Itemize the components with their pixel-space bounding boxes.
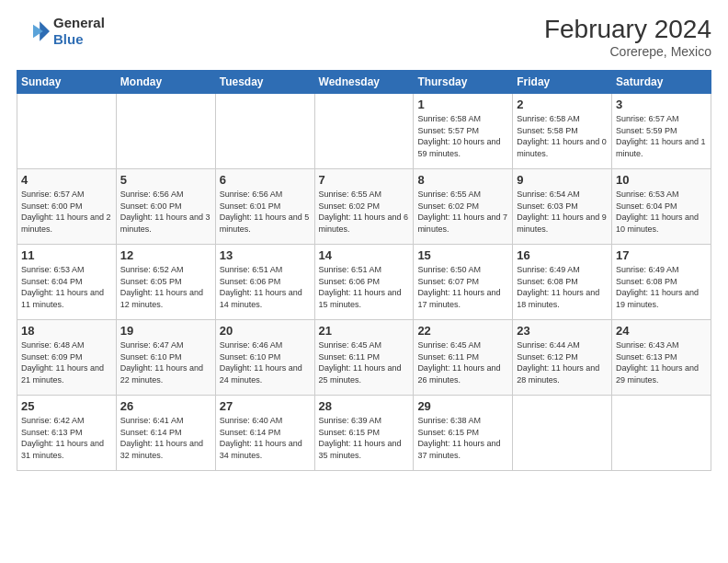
weekday-header-tuesday: Tuesday	[215, 71, 314, 94]
weekday-header-sunday: Sunday	[17, 71, 117, 94]
page: General Blue February 2024 Corerepe, Mex…	[0, 0, 728, 480]
calendar-cell: 6Sunrise: 6:56 AM Sunset: 6:01 PM Daylig…	[215, 169, 314, 245]
day-info: Sunrise: 6:57 AM Sunset: 6:00 PM Dayligh…	[21, 189, 112, 235]
day-info: Sunrise: 6:53 AM Sunset: 6:04 PM Dayligh…	[21, 264, 112, 310]
calendar-cell: 12Sunrise: 6:52 AM Sunset: 6:05 PM Dayli…	[116, 245, 215, 320]
day-number: 4	[21, 173, 112, 187]
calendar-cell: 28Sunrise: 6:39 AM Sunset: 6:15 PM Dayli…	[314, 396, 414, 471]
day-info: Sunrise: 6:48 AM Sunset: 6:09 PM Dayligh…	[21, 339, 112, 385]
day-info: Sunrise: 6:41 AM Sunset: 6:14 PM Dayligh…	[120, 415, 211, 461]
day-number: 8	[417, 173, 508, 187]
calendar-cell: 1Sunrise: 6:58 AM Sunset: 5:57 PM Daylig…	[414, 94, 513, 169]
calendar-cell: 29Sunrise: 6:38 AM Sunset: 6:15 PM Dayli…	[414, 396, 513, 471]
day-info: Sunrise: 6:50 AM Sunset: 6:07 PM Dayligh…	[417, 264, 508, 310]
calendar-cell	[314, 94, 414, 169]
day-info: Sunrise: 6:39 AM Sunset: 6:15 PM Dayligh…	[319, 415, 410, 461]
day-number: 3	[616, 98, 707, 111]
calendar-week-3: 18Sunrise: 6:48 AM Sunset: 6:09 PM Dayli…	[17, 320, 711, 396]
day-info: Sunrise: 6:53 AM Sunset: 6:04 PM Dayligh…	[616, 189, 707, 235]
weekday-header-saturday: Saturday	[612, 71, 711, 94]
calendar-cell: 5Sunrise: 6:56 AM Sunset: 6:00 PM Daylig…	[116, 169, 215, 245]
day-number: 17	[616, 248, 707, 262]
logo-icon	[17, 15, 50, 48]
calendar-cell: 23Sunrise: 6:44 AM Sunset: 6:12 PM Dayli…	[513, 320, 612, 396]
calendar-cell	[612, 396, 711, 471]
day-info: Sunrise: 6:58 AM Sunset: 5:58 PM Dayligh…	[517, 113, 608, 159]
day-number: 21	[319, 324, 410, 338]
calendar-cell: 16Sunrise: 6:49 AM Sunset: 6:08 PM Dayli…	[513, 245, 612, 320]
calendar-cell: 9Sunrise: 6:54 AM Sunset: 6:03 PM Daylig…	[513, 169, 612, 245]
day-info: Sunrise: 6:55 AM Sunset: 6:02 PM Dayligh…	[319, 189, 410, 235]
weekday-header-thursday: Thursday	[414, 71, 513, 94]
day-number: 23	[517, 324, 608, 338]
logo: General Blue	[17, 15, 105, 48]
calendar-table: SundayMondayTuesdayWednesdayThursdayFrid…	[17, 70, 711, 471]
day-info: Sunrise: 6:44 AM Sunset: 6:12 PM Dayligh…	[517, 339, 608, 385]
day-info: Sunrise: 6:47 AM Sunset: 6:10 PM Dayligh…	[120, 339, 211, 385]
calendar-cell	[513, 396, 612, 471]
location: Corerepe, Mexico	[544, 44, 711, 59]
calendar-cell: 14Sunrise: 6:51 AM Sunset: 6:06 PM Dayli…	[314, 245, 414, 320]
day-number: 2	[517, 98, 608, 111]
calendar-cell: 10Sunrise: 6:53 AM Sunset: 6:04 PM Dayli…	[612, 169, 711, 245]
day-number: 27	[220, 399, 311, 413]
day-number: 13	[220, 248, 311, 262]
day-info: Sunrise: 6:40 AM Sunset: 6:14 PM Dayligh…	[220, 415, 311, 461]
calendar-cell	[215, 94, 314, 169]
calendar-cell	[17, 94, 117, 169]
calendar-cell: 13Sunrise: 6:51 AM Sunset: 6:06 PM Dayli…	[215, 245, 314, 320]
day-info: Sunrise: 6:45 AM Sunset: 6:11 PM Dayligh…	[319, 339, 410, 385]
day-info: Sunrise: 6:57 AM Sunset: 5:59 PM Dayligh…	[616, 113, 707, 159]
day-info: Sunrise: 6:51 AM Sunset: 6:06 PM Dayligh…	[220, 264, 311, 310]
calendar-week-1: 4Sunrise: 6:57 AM Sunset: 6:00 PM Daylig…	[17, 169, 711, 245]
day-info: Sunrise: 6:43 AM Sunset: 6:13 PM Dayligh…	[616, 339, 707, 385]
day-info: Sunrise: 6:46 AM Sunset: 6:10 PM Dayligh…	[220, 339, 311, 385]
day-number: 20	[220, 324, 311, 338]
day-number: 6	[220, 173, 311, 187]
weekday-header-friday: Friday	[513, 71, 612, 94]
day-info: Sunrise: 6:49 AM Sunset: 6:08 PM Dayligh…	[616, 264, 707, 310]
calendar-cell: 22Sunrise: 6:45 AM Sunset: 6:11 PM Dayli…	[414, 320, 513, 396]
day-number: 26	[120, 399, 211, 413]
calendar-week-2: 11Sunrise: 6:53 AM Sunset: 6:04 PM Dayli…	[17, 245, 711, 320]
calendar-cell: 3Sunrise: 6:57 AM Sunset: 5:59 PM Daylig…	[612, 94, 711, 169]
calendar-cell: 7Sunrise: 6:55 AM Sunset: 6:02 PM Daylig…	[314, 169, 414, 245]
calendar-cell: 4Sunrise: 6:57 AM Sunset: 6:00 PM Daylig…	[17, 169, 117, 245]
weekday-header-monday: Monday	[116, 71, 215, 94]
day-number: 28	[319, 399, 410, 413]
day-info: Sunrise: 6:42 AM Sunset: 6:13 PM Dayligh…	[21, 415, 112, 461]
day-info: Sunrise: 6:49 AM Sunset: 6:08 PM Dayligh…	[517, 264, 608, 310]
logo-text: General Blue	[53, 15, 105, 48]
day-info: Sunrise: 6:56 AM Sunset: 6:01 PM Dayligh…	[220, 189, 311, 235]
calendar-cell: 26Sunrise: 6:41 AM Sunset: 6:14 PM Dayli…	[116, 396, 215, 471]
day-info: Sunrise: 6:45 AM Sunset: 6:11 PM Dayligh…	[417, 339, 508, 385]
calendar-cell: 25Sunrise: 6:42 AM Sunset: 6:13 PM Dayli…	[17, 396, 117, 471]
calendar-cell: 8Sunrise: 6:55 AM Sunset: 6:02 PM Daylig…	[414, 169, 513, 245]
day-number: 14	[319, 248, 410, 262]
day-number: 24	[616, 324, 707, 338]
day-number: 18	[21, 324, 112, 338]
title-block: February 2024 Corerepe, Mexico	[544, 15, 711, 59]
day-info: Sunrise: 6:54 AM Sunset: 6:03 PM Dayligh…	[517, 189, 608, 235]
day-number: 7	[319, 173, 410, 187]
calendar-cell: 11Sunrise: 6:53 AM Sunset: 6:04 PM Dayli…	[17, 245, 117, 320]
header: General Blue February 2024 Corerepe, Mex…	[17, 15, 711, 59]
calendar-cell: 24Sunrise: 6:43 AM Sunset: 6:13 PM Dayli…	[612, 320, 711, 396]
day-info: Sunrise: 6:58 AM Sunset: 5:57 PM Dayligh…	[417, 113, 508, 159]
calendar-cell: 27Sunrise: 6:40 AM Sunset: 6:14 PM Dayli…	[215, 396, 314, 471]
day-info: Sunrise: 6:38 AM Sunset: 6:15 PM Dayligh…	[417, 415, 508, 461]
calendar-cell: 19Sunrise: 6:47 AM Sunset: 6:10 PM Dayli…	[116, 320, 215, 396]
day-number: 11	[21, 248, 112, 262]
day-info: Sunrise: 6:51 AM Sunset: 6:06 PM Dayligh…	[319, 264, 410, 310]
calendar-week-0: 1Sunrise: 6:58 AM Sunset: 5:57 PM Daylig…	[17, 94, 711, 169]
weekday-header-row: SundayMondayTuesdayWednesdayThursdayFrid…	[17, 71, 711, 94]
calendar-week-4: 25Sunrise: 6:42 AM Sunset: 6:13 PM Dayli…	[17, 396, 711, 471]
day-info: Sunrise: 6:52 AM Sunset: 6:05 PM Dayligh…	[120, 264, 211, 310]
day-info: Sunrise: 6:56 AM Sunset: 6:00 PM Dayligh…	[120, 189, 211, 235]
day-number: 19	[120, 324, 211, 338]
calendar-cell: 20Sunrise: 6:46 AM Sunset: 6:10 PM Dayli…	[215, 320, 314, 396]
calendar-cell: 17Sunrise: 6:49 AM Sunset: 6:08 PM Dayli…	[612, 245, 711, 320]
calendar-cell: 18Sunrise: 6:48 AM Sunset: 6:09 PM Dayli…	[17, 320, 117, 396]
month-year: February 2024	[544, 15, 711, 44]
day-number: 5	[120, 173, 211, 187]
